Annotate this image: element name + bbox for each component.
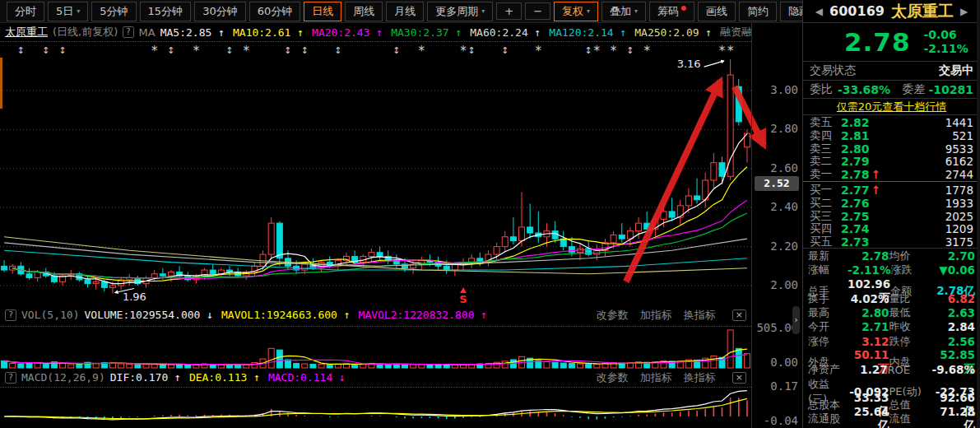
event-marker-star-icon: * (611, 44, 617, 58)
period-tab-monthly[interactable]: 月线 (386, 2, 424, 21)
chips-button[interactable]: 筹码 (649, 2, 694, 21)
weicha-value: -10281 (928, 83, 973, 96)
event-marker-star-icon: * (536, 44, 542, 58)
stat-row-3: 换手4.02%量比6.82 (803, 291, 980, 305)
volume-chart[interactable] (0, 326, 751, 369)
macd-legend-item-0: DIF:0.170 ↑ (110, 371, 181, 384)
period-tab-60m[interactable]: 60分钟 (249, 2, 301, 21)
chart-header: 太原重工 (日线,前复权) ? MA MA5:2.85 ↑MA10:2.61 ↑… (0, 23, 751, 41)
ask-row-1[interactable]: 卖四2.81521 (803, 128, 980, 142)
vol-switch-indicator-link[interactable]: 换指标 (684, 308, 716, 323)
bid-row-4[interactable]: 买五2.733175 (803, 235, 980, 248)
event-marker-ud-icon: ↕ (42, 45, 49, 56)
vol-add-indicator-link[interactable]: 加指标 (640, 308, 672, 323)
event-marker-star-icon: * (719, 44, 726, 58)
next-stock-icon[interactable]: ▶ (960, 6, 968, 17)
adjust-button[interactable]: 复权▾ (554, 2, 598, 21)
ask-row-0[interactable]: 卖五2.821441 (803, 115, 980, 128)
chart-title: 太原重工 (5, 25, 48, 40)
ma-legend-item-6: MA250:2.09 ↑ (634, 26, 712, 39)
macd-chart[interactable] (0, 387, 751, 428)
event-marker-ud-icon: ↕ (167, 45, 174, 56)
macd-close-icon[interactable]: × (732, 372, 746, 384)
period-tab-5d[interactable]: 5日▾ (48, 2, 88, 21)
zoom-out-button[interactable]: − (525, 2, 550, 20)
period-tab-5m[interactable]: 5分钟 (91, 2, 136, 21)
macd-change-params-link[interactable]: 改参数 (597, 370, 629, 385)
vol-help-icon[interactable]: ? (5, 309, 16, 321)
macd-add-indicator-link[interactable]: 加指标 (640, 370, 672, 385)
bid-row-2[interactable]: 买三2.752025 (803, 209, 980, 222)
overlay-button[interactable]: 叠加▾ (601, 2, 646, 21)
vol-change-params-link[interactable]: 改参数 (597, 308, 629, 323)
ask-row-2[interactable]: 卖三2.809533 (803, 142, 980, 155)
volume-axis-tick: 0.00 (770, 356, 798, 369)
vol-close-icon[interactable]: × (732, 309, 746, 321)
ma-legend: MA5:2.85 ↑MA10:2.61 ↑MA20:2.43 ↑MA30:2.3… (160, 26, 721, 39)
macd-header: ?MACD(12,26,9)DIF:0.170 ↑DEA:0.113 ↑MACD… (0, 368, 751, 387)
event-marker-ud-icon: ↕ (501, 45, 509, 56)
stat-row-5: 今开2.71昨收2.84 (803, 319, 980, 333)
prev-stock-icon[interactable]: ◀ (815, 6, 823, 17)
price-axis: 3.002.802.602.402.202.002.52505.000.000.… (752, 0, 802, 428)
zoom-in-button[interactable]: + (496, 2, 522, 20)
macd-switch-indicator-link[interactable]: 换指标 (684, 370, 716, 385)
period-tabs: 分时5日▾5分钟15分钟30分钟60分钟日线周线月线更多周期▾ (3, 0, 493, 23)
ma-legend-item-2: MA20:2.43 ↑ (312, 26, 383, 39)
main-candlestick-chart[interactable]: ↕↕↕*↕*↕*↕↕↕↕**↕↕*↕**↕***3.161.96S (0, 41, 751, 304)
stock-name: 太原重工 (891, 1, 954, 22)
price-tick: 2.60 (770, 161, 798, 174)
ask-row-4[interactable]: 卖一2.78↑2744 (803, 167, 980, 180)
vol-legend-item-1: MAVOL1:1924663.600 ↑ (221, 309, 351, 321)
macd-help-icon[interactable]: ? (5, 372, 16, 384)
ma-legend-item-0: MA5:2.85 ↑ (160, 26, 225, 39)
ma-legend-item-4: MA60:2.24 ↑ (470, 26, 541, 39)
price-tick: 2.00 (770, 278, 798, 291)
stat-row-8: 净资产1.27ROE-9.68% (803, 362, 980, 376)
bid-row-3[interactable]: 买四2.741209 (803, 221, 980, 235)
period-tab-30m[interactable]: 30分钟 (194, 2, 246, 21)
ma-legend-item-5: MA120:2.14 ↑ (549, 26, 626, 39)
stat-row-2: 总手102.96万金额2.78亿 (803, 277, 980, 291)
event-marker-star-icon: * (193, 44, 200, 58)
chevron-down-icon: ▾ (634, 7, 638, 15)
event-marker-ud-icon: ↕ (468, 45, 476, 56)
bid-row-0[interactable]: 买一2.77↑1778 (803, 183, 980, 196)
panel-collapse-handle[interactable]: › (792, 306, 800, 334)
event-marker-ud-icon: ↕ (585, 45, 592, 56)
event-marker-ud-icon: ↕ (392, 45, 400, 56)
period-tab-more-periods[interactable]: 更多周期▾ (427, 2, 493, 21)
chart-subtitle: (日线,前复权) (53, 25, 118, 40)
event-marker-ud-icon: ↕ (17, 45, 25, 56)
period-tab-fenshi[interactable]: 分时 (7, 2, 44, 21)
volume-header: ?VOL(5,10)VOLUME:1029554.000 ↓MAVOL1:192… (0, 304, 751, 326)
price-change: -0.06 -2.11% (924, 28, 968, 56)
red-dot-badge (681, 6, 686, 11)
stat-row-4: 最高2.80最低2.63 (803, 305, 980, 319)
event-marker-star-icon: * (151, 44, 158, 58)
vol-legend-item-0: VOLUME:1029554.000 ↓ (84, 309, 213, 321)
stats-grid: 最新2.78均价2.70涨幅-2.11%涨跌▼0.06总手102.96万金额2.… (803, 249, 980, 420)
event-marker-star-icon: * (460, 44, 467, 58)
stat-row-7: 外盘50.11万内盘52.85万 (803, 348, 980, 362)
bid-row-1[interactable]: 买二2.761933 (803, 196, 980, 209)
trade-status-value: 交易中 (939, 63, 973, 78)
draw-button[interactable]: 画线 (698, 2, 736, 21)
event-marker-ud-icon: ↕ (626, 45, 634, 56)
weibi-value: -33.68% (838, 83, 890, 96)
price-tick: 2.40 (770, 200, 798, 213)
macd-axis-tick: -0.04 (764, 414, 798, 427)
level2-promo-link[interactable]: 仅需20元查看十档行情 (803, 99, 980, 115)
chevron-down-icon: ▾ (77, 7, 80, 15)
margin-trading-link[interactable]: 融资融券 (720, 25, 751, 40)
vol-name: VOL(5,10) (21, 309, 79, 321)
quote-panel: ◀ 600169 太原重工 ▶ 2.78 -0.06 -2.11% 交易状态 交… (802, 0, 980, 428)
period-tab-weekly[interactable]: 周线 (345, 2, 383, 21)
macd-legend-item-1: DEA:0.113 ↑ (189, 371, 260, 384)
help-icon[interactable]: ? (123, 26, 133, 38)
period-tab-15m[interactable]: 15分钟 (140, 2, 192, 21)
left-edge-accent (0, 58, 2, 109)
period-tab-daily[interactable]: 日线 (304, 2, 341, 21)
panel-scrollbar[interactable] (977, 0, 980, 428)
ask-row-3[interactable]: 卖二2.796162 (803, 154, 980, 167)
